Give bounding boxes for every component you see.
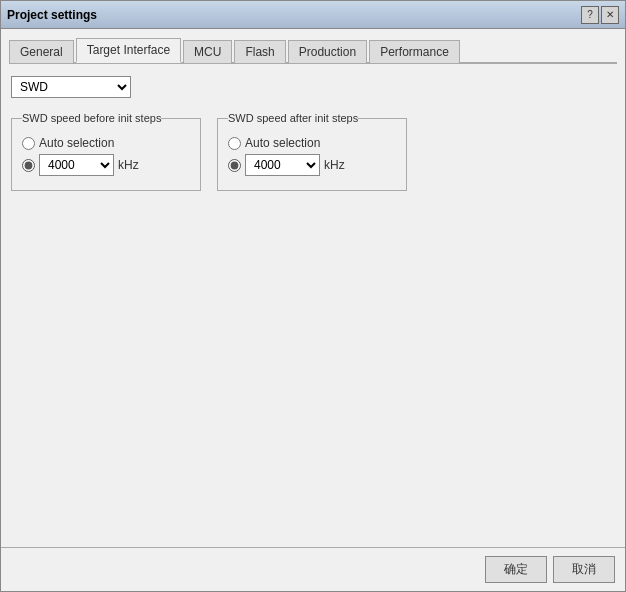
spacer [11, 191, 615, 535]
before-khz-label: kHz [118, 158, 139, 172]
after-auto-label: Auto selection [245, 136, 320, 150]
after-auto-radio[interactable] [228, 137, 241, 150]
after-khz-label: kHz [324, 158, 345, 172]
content-area: General Target Interface MCU Flash Produ… [1, 29, 625, 547]
tab-mcu[interactable]: MCU [183, 40, 232, 63]
window-title: Project settings [7, 8, 97, 22]
bottom-bar: 确定 取消 [1, 547, 625, 591]
groups-row: SWD speed before init steps Auto selecti… [11, 112, 615, 191]
tab-general[interactable]: General [9, 40, 74, 63]
tab-target-interface[interactable]: Target Interface [76, 38, 181, 63]
tab-production[interactable]: Production [288, 40, 367, 63]
after-auto-radio-row: Auto selection [228, 136, 396, 150]
after-speed-dropdown[interactable]: 4000 2000 1000 500 250 [245, 154, 320, 176]
after-manual-radio[interactable] [228, 159, 241, 172]
after-manual-radio-row: 4000 2000 1000 500 250 kHz [228, 154, 396, 176]
before-group-legend: SWD speed before init steps [22, 112, 161, 124]
ok-button[interactable]: 确定 [485, 556, 547, 583]
after-group-legend: SWD speed after init steps [228, 112, 358, 124]
tab-content: SWD JTAG SWD speed before init steps Aut… [9, 72, 617, 539]
before-auto-radio-row: Auto selection [22, 136, 190, 150]
interface-dropdown[interactable]: SWD JTAG [11, 76, 131, 98]
cancel-button[interactable]: 取消 [553, 556, 615, 583]
close-button[interactable]: ✕ [601, 6, 619, 24]
before-speed-dropdown[interactable]: 4000 2000 1000 500 250 [39, 154, 114, 176]
title-bar-buttons: ? ✕ [581, 6, 619, 24]
tab-bar: General Target Interface MCU Flash Produ… [9, 37, 617, 64]
swd-speed-after-group: SWD speed after init steps Auto selectio… [217, 112, 407, 191]
before-auto-radio[interactable] [22, 137, 35, 150]
before-manual-radio-row: 4000 2000 1000 500 250 kHz [22, 154, 190, 176]
swd-speed-before-group: SWD speed before init steps Auto selecti… [11, 112, 201, 191]
project-settings-window: Project settings ? ✕ General Target Inte… [0, 0, 626, 592]
tab-flash[interactable]: Flash [234, 40, 285, 63]
before-auto-label: Auto selection [39, 136, 114, 150]
title-bar: Project settings ? ✕ [1, 1, 625, 29]
before-manual-radio[interactable] [22, 159, 35, 172]
tab-performance[interactable]: Performance [369, 40, 460, 63]
interface-select-row: SWD JTAG [11, 76, 615, 98]
help-button[interactable]: ? [581, 6, 599, 24]
